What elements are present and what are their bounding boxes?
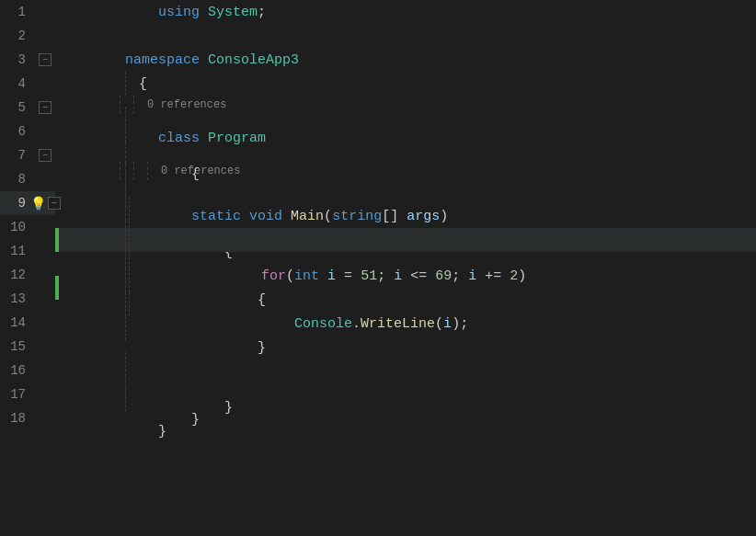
keyword-using: using: [125, 5, 200, 20]
gutter-row-13: 13: [0, 287, 55, 311]
indicator-9: 💡 −: [35, 196, 55, 211]
gutter-row-7: 7 −: [0, 143, 55, 167]
gutter-row-16: 16: [0, 359, 55, 382]
collapse-btn-7[interactable]: −: [39, 149, 52, 162]
line-num-15: 15: [0, 339, 35, 354]
collapse-btn-5[interactable]: −: [39, 101, 52, 114]
code-line-1: using System;: [55, 0, 756, 24]
code-content-area[interactable]: using System; namespace ConsoleApp3 { 0 …: [55, 0, 756, 536]
line-num-7: 7: [0, 148, 35, 163]
gutter-row-6: 6: [0, 120, 55, 143]
open-brace-4: {: [139, 76, 147, 92]
gutter-row-17: 17: [0, 382, 55, 406]
gutter-row-18: 18: [0, 406, 55, 430]
line-num-11: 11: [0, 244, 35, 258]
code-text-18: [55, 448, 67, 463]
line-num-18: 18: [0, 411, 35, 426]
collapse-btn-3[interactable]: −: [39, 53, 52, 66]
line-num-17: 17: [0, 387, 35, 402]
line-num-1: 1: [0, 5, 35, 19]
lightbulb-icon[interactable]: 💡: [30, 196, 46, 211]
line-num-2: 2: [0, 29, 35, 43]
gutter-row-3: 3 −: [0, 48, 55, 72]
indicator-5[interactable]: −: [35, 101, 55, 114]
indicator-7[interactable]: −: [35, 149, 55, 162]
gutter-row-15: 15: [0, 335, 55, 359]
close-brace-17: }: [125, 424, 166, 439]
semicolon-1: ;: [258, 5, 266, 20]
gutter-row-9: 9 💡 −: [0, 191, 55, 215]
line-num-3: 3: [0, 52, 35, 67]
line-num-6: 6: [0, 124, 35, 139]
line-num-4: 4: [0, 76, 35, 91]
gutter-row-10: 10: [0, 215, 55, 239]
gutter-row-11: 11: [0, 239, 55, 263]
line-num-10: 10: [0, 220, 35, 234]
gutter-row-4: 4: [0, 72, 55, 96]
line-num-12: 12: [0, 268, 35, 282]
gutter-row-14: 14: [0, 311, 55, 335]
line-num-5: 5: [0, 100, 35, 115]
code-editor: 1 2 3 − 4 5 − 6: [0, 0, 756, 536]
indicator-3[interactable]: −: [35, 53, 55, 66]
namespace-name: ConsoleApp3: [200, 52, 299, 68]
gutter-row-5: 5 −: [0, 96, 55, 120]
code-line-18: [55, 443, 756, 467]
code-line-12: }: [55, 300, 756, 324]
code-line-17: }: [55, 419, 756, 443]
line-num-13: 13: [0, 291, 35, 306]
gutter-row-2: 2: [0, 24, 55, 48]
gutter-row-12: 12: [0, 263, 55, 287]
line-number-gutter: 1 2 3 − 4 5 − 6: [0, 0, 55, 536]
gutter-row-8: 8: [0, 167, 55, 191]
type-system: System: [200, 5, 258, 20]
line-num-16: 16: [0, 363, 35, 378]
gutter-row-1: 1: [0, 0, 55, 24]
line-num-8: 8: [0, 172, 35, 187]
code-line-3: namespace ConsoleApp3: [55, 48, 756, 72]
line-num-14: 14: [0, 315, 35, 330]
